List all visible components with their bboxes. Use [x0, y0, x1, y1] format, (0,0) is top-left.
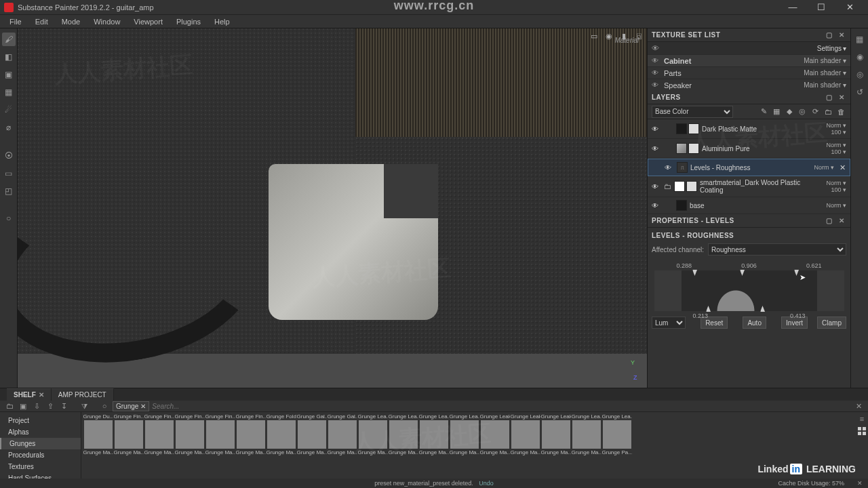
- channel-select[interactable]: Base Color: [652, 106, 733, 118]
- levels-histogram[interactable]: 0.288 0.906 0.621 ➤ 0.213 0.413: [652, 262, 846, 310]
- shader-dropdown[interactable]: Main shader ▾: [804, 57, 846, 64]
- texture-set-settings-button[interactable]: Settings ▾: [817, 45, 846, 52]
- add-mask-icon[interactable]: ▦: [771, 106, 782, 117]
- shelf-item[interactable]: Grunge Fin... Grunge Ma...: [174, 413, 205, 485]
- smudge-tool-icon[interactable]: ☄: [2, 103, 16, 117]
- visibility-icon[interactable]: 👁: [652, 69, 661, 77]
- input-black-handle[interactable]: [692, 270, 697, 276]
- reload-icon[interactable]: ○: [99, 401, 110, 411]
- texture-set-row[interactable]: 👁 Cabinet Main shader ▾: [648, 54, 850, 66]
- shelf-item[interactable]: Grunge Fin... Grunge Ma...: [205, 413, 235, 485]
- shelf-item[interactable]: Grunge Fin... Grunge Ma...: [235, 413, 266, 485]
- blend-mode[interactable]: Norm ▾100 ▾: [827, 122, 847, 136]
- layer-row[interactable]: 👁base Norm ▾: [648, 197, 850, 214]
- close-button[interactable]: ✕: [835, 0, 864, 15]
- select-tool-icon[interactable]: ▭: [2, 167, 16, 180]
- grid-view-icon[interactable]: [858, 427, 866, 435]
- brush-tool-icon[interactable]: 🖌: [2, 33, 16, 46]
- layer-row[interactable]: 👁Dark Plastic Matte Norm ▾100 ▾: [648, 119, 850, 139]
- shelf-category[interactable]: Alphas: [0, 426, 81, 438]
- blend-mode[interactable]: Norm ▾: [827, 202, 847, 209]
- shelf-item[interactable]: Grunge Lea... Grunge Pa...: [601, 413, 632, 485]
- visibility-icon[interactable]: 👁: [652, 145, 661, 152]
- list-view-icon[interactable]: ≡: [856, 413, 867, 424]
- layer-row[interactable]: 👁Aluminium Pure Norm ▾100 ▾: [648, 139, 850, 159]
- close-icon[interactable]: ✕: [140, 403, 146, 410]
- texture-set-row[interactable]: 👁 Parts Main shader ▾: [648, 66, 850, 79]
- texture-set-settings-icon[interactable]: ▦: [853, 33, 867, 46]
- screenshot-icon[interactable]: ⌼: [633, 30, 644, 41]
- panel-dock-icon[interactable]: ▢: [825, 216, 834, 226]
- visibility-icon[interactable]: 👁: [652, 183, 661, 190]
- effect-icon[interactable]: ✎: [758, 106, 769, 117]
- shelf-item[interactable]: Grunge Gal... Grunge Ma...: [296, 413, 327, 485]
- shading-icon[interactable]: ◉: [604, 30, 614, 41]
- viewport-3d[interactable]: ▭ ◉ ▮ ⌼ Material Y Z: [18, 28, 647, 388]
- add-fill-icon[interactable]: ◆: [784, 106, 795, 117]
- camera-icon[interactable]: ▮: [618, 30, 629, 41]
- visibility-all-icon[interactable]: 👁: [652, 44, 661, 52]
- shelf-category[interactable]: Grunges: [0, 438, 81, 449]
- shelf-item[interactable]: Grunge Lea... Grunge Ma...: [388, 413, 418, 485]
- add-layer-icon[interactable]: ⟳: [810, 106, 821, 117]
- panel-close-icon[interactable]: ✕: [837, 93, 846, 102]
- panel-close-icon[interactable]: ✕: [837, 216, 846, 226]
- undo-link[interactable]: Undo: [479, 480, 494, 487]
- status-close-icon[interactable]: ✕: [857, 480, 863, 487]
- shelf-item[interactable]: Grunge Fin... Grunge Ma...: [144, 413, 174, 485]
- filter-icon[interactable]: ⧩: [79, 401, 90, 411]
- menu-help[interactable]: Help: [208, 16, 237, 27]
- input-white-handle[interactable]: [794, 270, 799, 276]
- shelf-category[interactable]: Textures: [0, 461, 81, 472]
- visibility-icon[interactable]: 👁: [665, 164, 674, 171]
- shelf-item[interactable]: Grunge Leaks Grunge Ma...: [479, 413, 510, 485]
- visibility-icon[interactable]: 👁: [652, 125, 661, 133]
- shelf-item[interactable]: Grunge Lea... Grunge Ma...: [571, 413, 601, 485]
- mask-thumb[interactable]: [686, 181, 697, 192]
- folder-icon[interactable]: 🗀: [664, 182, 671, 190]
- visibility-icon[interactable]: 👁: [652, 202, 661, 209]
- clone-tool-icon[interactable]: ⌀: [2, 121, 16, 134]
- shader-dropdown[interactable]: Main shader ▾: [804, 81, 846, 89]
- shelf-item[interactable]: Grunge Du... Grunge Ma...: [83, 413, 113, 485]
- import2-icon[interactable]: ↧: [58, 401, 69, 411]
- shelf-category[interactable]: Project: [0, 415, 81, 426]
- shelf-item[interactable]: Grunge Leaks Grunge Ma...: [540, 413, 571, 485]
- mask-tool-icon[interactable]: ◰: [2, 184, 16, 198]
- close-icon[interactable]: ✕: [39, 391, 44, 399]
- history-icon[interactable]: ↺: [853, 85, 867, 99]
- shelf-close-icon[interactable]: ✕: [853, 401, 864, 411]
- visibility-icon[interactable]: 👁: [652, 57, 661, 64]
- shelf-tab-shelf[interactable]: SHELF✕: [7, 388, 52, 401]
- panel-close-icon[interactable]: ✕: [837, 30, 846, 40]
- panel-dock-icon[interactable]: ▢: [825, 30, 834, 40]
- menu-plugins[interactable]: Plugins: [170, 16, 208, 27]
- menu-file[interactable]: File: [3, 16, 28, 27]
- import-icon[interactable]: ⇩: [31, 401, 42, 411]
- shelf-item[interactable]: Grunge Fin... Grunge Ma...: [113, 413, 144, 485]
- projection-tool-icon[interactable]: ▣: [2, 68, 16, 81]
- blend-mode[interactable]: Norm ▾: [814, 164, 835, 171]
- search-input[interactable]: [152, 403, 850, 410]
- shelf-item[interactable]: Grunge Leaks Grunge Ma...: [510, 413, 540, 485]
- shader-settings-icon[interactable]: ◎: [853, 68, 867, 81]
- menu-viewport[interactable]: Viewport: [127, 16, 170, 27]
- shader-dropdown[interactable]: Main shader ▾: [804, 69, 846, 77]
- panel-dock-icon[interactable]: ▢: [825, 93, 834, 102]
- mask-thumb[interactable]: [688, 123, 699, 134]
- blend-mode[interactable]: Norm ▾100 ▾: [827, 180, 847, 193]
- add-folder-icon[interactable]: 🗀: [823, 106, 833, 117]
- shelf-item[interactable]: Grunge Folds Grunge Ma...: [266, 413, 296, 485]
- home-icon[interactable]: 🗀: [4, 401, 15, 411]
- shelf-item[interactable]: Grunge Gal... Grunge Ma...: [327, 413, 357, 485]
- menu-edit[interactable]: Edit: [28, 16, 55, 27]
- picker-tool-icon[interactable]: ⦿: [2, 149, 16, 163]
- shelf-item[interactable]: Grunge Lea... Grunge Ma...: [449, 413, 479, 485]
- add-adjust-icon[interactable]: ◎: [797, 106, 808, 117]
- layer-row[interactable]: 👁🗀smartmaterial_Dark Wood Plastic Coatin…: [648, 176, 850, 197]
- shelf-category[interactable]: Procedurals: [0, 449, 81, 461]
- affected-channel-select[interactable]: Roughness: [708, 243, 846, 256]
- circle-tool-icon[interactable]: ○: [2, 211, 16, 225]
- eraser-tool-icon[interactable]: ◧: [2, 50, 16, 64]
- export-icon[interactable]: ⇪: [45, 401, 56, 411]
